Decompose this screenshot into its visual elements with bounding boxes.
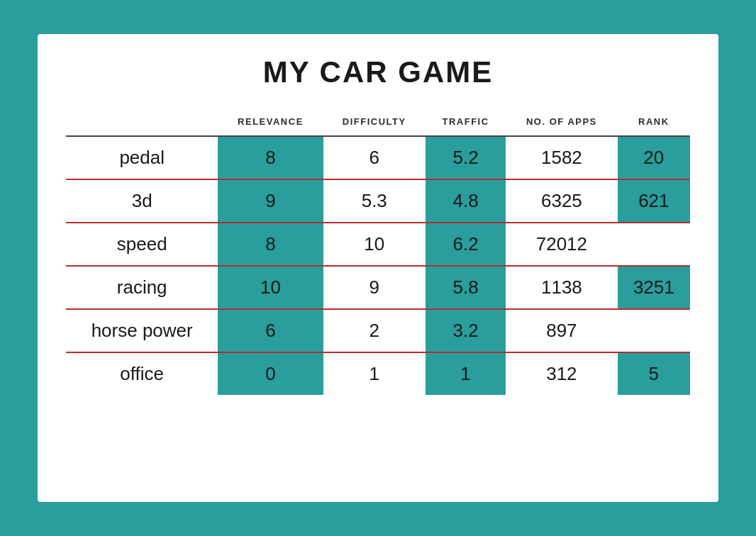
cell-keyword: speed	[66, 223, 218, 266]
page-title: MY CAR GAME	[263, 55, 494, 89]
cell-difficulty: 2	[323, 309, 426, 352]
col-header-rank: RANK	[618, 111, 690, 136]
cell-relevance: 9	[218, 179, 323, 223]
main-card: MY CAR GAME RELEVANCE DIFFICULTY TRAFFIC…	[38, 34, 718, 502]
cell-keyword: horse power	[66, 309, 218, 352]
table-row: horse power623.2897	[66, 309, 690, 352]
cell-traffic: 4.8	[426, 179, 506, 223]
cell-rank: 3251	[618, 266, 690, 309]
col-header-keyword	[66, 111, 218, 136]
cell-no-of-apps: 897	[506, 309, 618, 352]
cell-traffic: 5.8	[426, 266, 506, 309]
table-row: pedal865.2158220	[66, 136, 690, 179]
cell-difficulty: 6	[323, 136, 426, 179]
cell-keyword: 3d	[66, 179, 218, 223]
data-table: RELEVANCE DIFFICULTY TRAFFIC NO. OF APPS…	[66, 111, 690, 395]
cell-rank	[618, 223, 690, 266]
cell-keyword: pedal	[66, 136, 218, 179]
cell-rank: 20	[618, 136, 690, 179]
col-header-traffic: TRAFFIC	[426, 111, 506, 136]
cell-relevance: 8	[218, 223, 323, 266]
cell-difficulty: 9	[323, 266, 426, 309]
cell-no-of-apps: 312	[506, 352, 618, 395]
cell-difficulty: 10	[323, 223, 426, 266]
table-row: office0113125	[66, 352, 690, 395]
col-header-relevance: RELEVANCE	[218, 111, 323, 136]
cell-relevance: 6	[218, 309, 323, 352]
cell-relevance: 0	[218, 352, 323, 395]
cell-rank: 5	[618, 352, 690, 395]
cell-traffic: 1	[426, 352, 506, 395]
col-header-no-of-apps: NO. OF APPS	[506, 111, 618, 136]
cell-difficulty: 1	[323, 352, 426, 395]
cell-no-of-apps: 6325	[506, 179, 618, 223]
cell-traffic: 6.2	[426, 223, 506, 266]
table-row: 3d95.34.86325621	[66, 179, 690, 223]
col-header-difficulty: DIFFICULTY	[323, 111, 426, 136]
table-header-row: RELEVANCE DIFFICULTY TRAFFIC NO. OF APPS…	[66, 111, 690, 136]
cell-no-of-apps: 1582	[506, 136, 618, 179]
cell-no-of-apps: 1138	[506, 266, 618, 309]
cell-keyword: racing	[66, 266, 218, 309]
cell-difficulty: 5.3	[323, 179, 426, 223]
cell-traffic: 3.2	[426, 309, 506, 352]
cell-rank: 621	[618, 179, 690, 223]
cell-relevance: 8	[218, 136, 323, 179]
table-row: racing1095.811383251	[66, 266, 690, 309]
table-row: speed8106.272012	[66, 223, 690, 266]
cell-no-of-apps: 72012	[506, 223, 618, 266]
cell-relevance: 10	[218, 266, 323, 309]
cell-rank	[618, 309, 690, 352]
cell-traffic: 5.2	[426, 136, 506, 179]
cell-keyword: office	[66, 352, 218, 395]
